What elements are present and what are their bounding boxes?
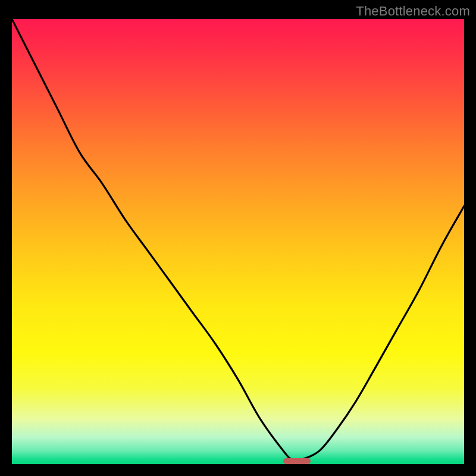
plot-area (12, 19, 464, 464)
optimal-marker (283, 458, 311, 464)
chart-frame: TheBottleneck.com (0, 0, 476, 476)
curve-svg (12, 19, 464, 464)
watermark-text: TheBottleneck.com (356, 4, 470, 19)
bottleneck-curve (12, 19, 464, 461)
